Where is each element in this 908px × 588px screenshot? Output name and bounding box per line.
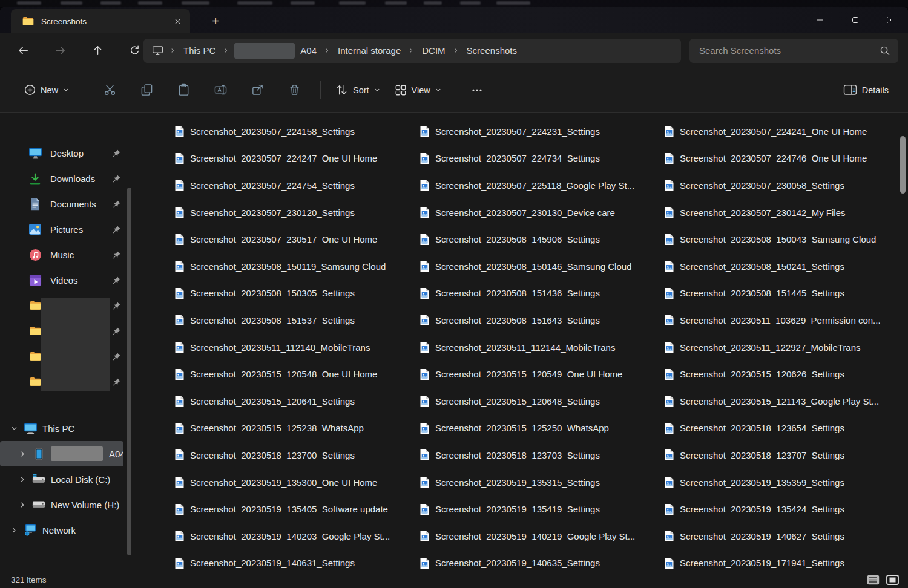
tab-close-icon[interactable] bbox=[169, 13, 185, 29]
file-item[interactable]: Screenshot_20230511_112144_MobileTrans bbox=[419, 334, 662, 361]
file-item[interactable]: Screenshot_20230508_145906_Settings bbox=[419, 226, 662, 253]
vertical-scrollbar[interactable] bbox=[900, 136, 906, 194]
file-item[interactable]: Screenshot_20230508_150043_Samsung Cloud bbox=[664, 226, 906, 253]
back-button[interactable] bbox=[15, 42, 32, 60]
minimize-button[interactable] bbox=[803, 7, 838, 33]
sidebar-pinned-item[interactable]: Desktop bbox=[0, 140, 139, 166]
file-item[interactable]: Screenshot_20230508_150305_Settings bbox=[174, 280, 416, 307]
file-item[interactable]: Screenshot_20230507_224247_One UI Home bbox=[174, 145, 416, 172]
sidebar-pinned-item[interactable]: Documents bbox=[0, 191, 139, 217]
maximize-button[interactable] bbox=[838, 7, 873, 33]
rename-button[interactable] bbox=[206, 78, 235, 102]
file-item[interactable]: Screenshot_20230508_151537_Settings bbox=[174, 307, 416, 334]
new-button[interactable]: New bbox=[17, 79, 76, 100]
sidebar-tree-item[interactable]: Network bbox=[0, 517, 123, 543]
breadcrumb-item[interactable]: DCIM bbox=[403, 43, 447, 58]
file-item[interactable]: Screenshot_20230519_135315_Settings bbox=[419, 469, 662, 496]
sidebar-tree-item[interactable]: This PC bbox=[0, 416, 123, 441]
file-item[interactable]: Screenshot_20230519_135424_Settings bbox=[664, 495, 906, 523]
chevron-right-icon[interactable] bbox=[10, 527, 18, 534]
file-item[interactable]: Screenshot_20230508_150119_Samsung Cloud bbox=[174, 253, 416, 280]
file-item[interactable]: Screenshot_20230519_140203_Google Play S… bbox=[174, 523, 416, 550]
sidebar-tree-item[interactable]: Local Disk (C:) bbox=[0, 466, 123, 492]
file-item[interactable]: Screenshot_20230515_120641_Settings bbox=[174, 388, 416, 415]
file-item[interactable]: Screenshot_20230507_230058_Settings bbox=[664, 172, 906, 199]
details-pane-button[interactable]: Details bbox=[836, 79, 896, 100]
file-item[interactable]: Screenshot_20230508_151436_Settings bbox=[419, 280, 662, 307]
view-button[interactable]: View bbox=[387, 79, 449, 101]
close-button[interactable] bbox=[873, 7, 908, 33]
cut-button[interactable] bbox=[96, 78, 124, 102]
image-file-icon bbox=[174, 206, 185, 218]
search-box[interactable] bbox=[689, 39, 898, 63]
file-item[interactable]: Screenshot_20230507_230142_My Files bbox=[664, 199, 906, 226]
breadcrumb-item[interactable]: This PC bbox=[165, 43, 218, 58]
share-button[interactable] bbox=[243, 78, 272, 102]
file-item[interactable]: Screenshot_20230519_140627_Settings bbox=[664, 523, 906, 550]
breadcrumb[interactable]: This PC A04 Internal storage DCIM bbox=[143, 39, 681, 63]
file-item[interactable]: Screenshot_20230515_120626_Settings bbox=[664, 361, 906, 388]
file-item[interactable]: Screenshot_20230511_103629_Permission co… bbox=[664, 307, 906, 334]
file-item[interactable]: Screenshot_20230507_224734_Settings bbox=[419, 145, 662, 172]
breadcrumb-item[interactable]: A04 bbox=[218, 43, 319, 59]
file-item[interactable]: Screenshot_20230511_122927_MobileTrans bbox=[664, 334, 906, 361]
chevron-right-icon[interactable] bbox=[18, 501, 27, 508]
file-item[interactable]: Screenshot_20230515_120549_One UI Home bbox=[419, 361, 662, 388]
file-item[interactable]: Screenshot_20230507_224746_One UI Home bbox=[664, 145, 906, 172]
file-item[interactable]: Screenshot_20230508_150241_Settings bbox=[664, 253, 906, 280]
file-item[interactable]: Screenshot_20230519_135405_Software upda… bbox=[174, 495, 416, 523]
refresh-button[interactable] bbox=[126, 42, 143, 60]
sidebar-scrollbar[interactable] bbox=[127, 188, 131, 555]
sidebar-pinned-item[interactable]: Downloads bbox=[0, 166, 139, 191]
sidebar-pinned-item[interactable]: Pictures bbox=[0, 217, 139, 242]
file-item[interactable]: Screenshot_20230515_125250_WhatsApp bbox=[419, 415, 662, 442]
file-item[interactable]: Screenshot_20230508_150146_Samsung Cloud bbox=[419, 253, 662, 280]
sort-button[interactable]: Sort bbox=[328, 79, 387, 101]
file-item[interactable]: Screenshot_20230515_121143_Google Play S… bbox=[664, 388, 906, 415]
more-options-button[interactable] bbox=[464, 79, 490, 101]
up-button[interactable] bbox=[89, 42, 107, 60]
thumbnail-view-toggle[interactable] bbox=[886, 574, 900, 586]
search-input[interactable] bbox=[698, 45, 875, 56]
file-item[interactable]: Screenshot_20230507_230120_Settings bbox=[174, 199, 416, 226]
chevron-right-icon[interactable] bbox=[18, 451, 27, 457]
file-item[interactable]: Screenshot_20230507_225118_Google Play S… bbox=[419, 172, 662, 199]
file-item[interactable]: Screenshot_20230518_123700_Settings bbox=[174, 442, 416, 469]
chevron-down-icon[interactable] bbox=[10, 425, 18, 432]
sidebar-pinned-item[interactable]: Music bbox=[0, 242, 139, 267]
file-item[interactable]: Screenshot_20230507_224158_Settings bbox=[174, 118, 416, 145]
file-item[interactable]: Screenshot_20230507_224754_Settings bbox=[174, 172, 416, 199]
tab-screenshots[interactable]: Screenshots bbox=[11, 9, 190, 33]
details-view-toggle[interactable] bbox=[866, 574, 880, 586]
file-item[interactable]: Screenshot_20230507_230130_Device care bbox=[419, 199, 662, 226]
file-item[interactable]: Screenshot_20230508_151643_Settings bbox=[419, 307, 662, 334]
forward-button[interactable] bbox=[51, 42, 69, 60]
file-item[interactable]: Screenshot_20230518_123654_Settings bbox=[664, 415, 906, 442]
file-item[interactable]: Screenshot_20230508_151445_Settings bbox=[664, 280, 906, 307]
file-item[interactable]: Screenshot_20230507_224231_Settings bbox=[419, 118, 662, 145]
breadcrumb-item[interactable]: Screenshots bbox=[448, 43, 519, 58]
file-item[interactable]: Screenshot_20230519_135359_Settings bbox=[664, 469, 906, 496]
file-item[interactable]: Screenshot_20230515_125238_WhatsApp bbox=[174, 415, 416, 442]
paste-button[interactable] bbox=[169, 78, 198, 102]
file-item[interactable]: Screenshot_20230519_140219_Google Play S… bbox=[419, 523, 662, 550]
file-item[interactable]: Screenshot_20230518_123703_Settings bbox=[419, 442, 662, 469]
file-item[interactable]: Screenshot_20230511_112140_MobileTrans bbox=[174, 334, 416, 361]
file-item[interactable]: Screenshot_20230507_224241_One UI Home bbox=[664, 118, 906, 145]
file-item[interactable]: Screenshot_20230518_123707_Settings bbox=[664, 442, 906, 469]
sidebar-tree-item[interactable]: A04 bbox=[0, 441, 123, 466]
delete-button[interactable] bbox=[280, 78, 309, 102]
file-item[interactable]: Screenshot_20230515_120548_One UI Home bbox=[174, 361, 416, 388]
sidebar-pinned-item[interactable]: Videos bbox=[0, 267, 139, 293]
file-name: Screenshot_20230507_230058_Settings bbox=[680, 180, 844, 191]
file-item[interactable]: Screenshot_20230519_135300_One UI Home bbox=[174, 469, 416, 496]
sidebar-tree-item[interactable]: New Volume (H:) bbox=[0, 492, 123, 517]
file-item[interactable]: Screenshot_20230515_120648_Settings bbox=[419, 388, 662, 415]
file-item[interactable]: Screenshot_20230519_135419_Settings bbox=[419, 495, 662, 523]
new-tab-button[interactable]: + bbox=[207, 13, 224, 30]
copy-button[interactable] bbox=[133, 78, 161, 102]
chevron-right-icon[interactable] bbox=[18, 476, 27, 483]
image-file-icon bbox=[174, 449, 185, 461]
file-item[interactable]: Screenshot_20230507_230517_One UI Home bbox=[174, 226, 416, 253]
breadcrumb-item[interactable]: Internal storage bbox=[319, 43, 403, 58]
